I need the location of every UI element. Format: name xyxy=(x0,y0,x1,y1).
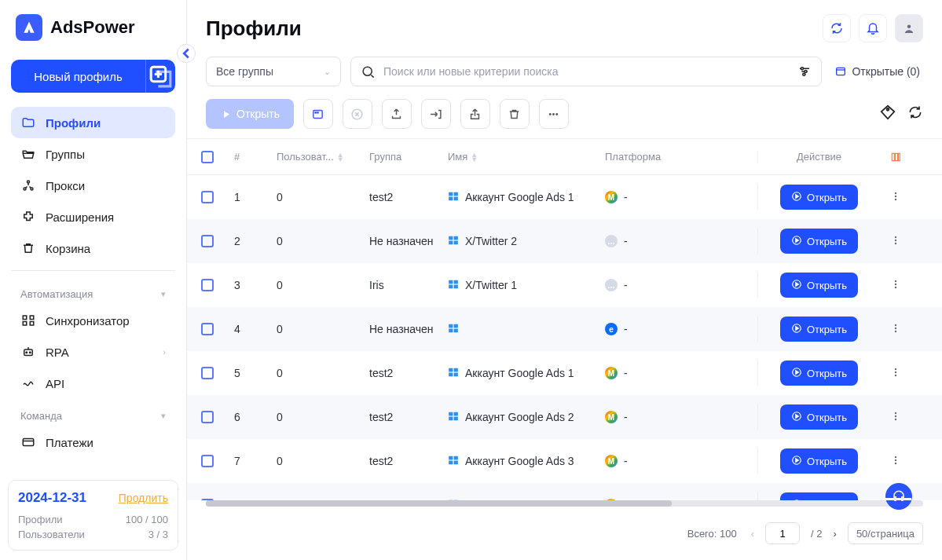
table-row[interactable]: 40Не назначенe-Открыть xyxy=(187,307,942,351)
svg-point-10 xyxy=(30,352,31,353)
section-automation[interactable]: Автоматизация ▾ xyxy=(11,277,175,305)
toolbar-close-button[interactable] xyxy=(343,99,372,129)
row-checkbox[interactable] xyxy=(201,367,214,379)
row-more-button[interactable] xyxy=(889,454,902,469)
notifications-button[interactable] xyxy=(859,14,887,42)
table-row[interactable]: 20Не назначенX/Twitter 2…-Открыть xyxy=(187,219,942,263)
search-input[interactable] xyxy=(383,65,791,78)
row-more-button[interactable] xyxy=(889,190,902,205)
extensions-icon xyxy=(20,210,36,224)
table-row[interactable]: 50test2Аккаунт Google Ads 1M-Открыть xyxy=(187,351,942,395)
section-team[interactable]: Команда ▾ xyxy=(11,399,175,426)
row-checkbox[interactable] xyxy=(201,323,214,335)
svg-rect-69 xyxy=(449,412,453,415)
select-all-checkbox[interactable] xyxy=(201,151,214,163)
filter-settings-icon[interactable] xyxy=(797,64,812,79)
trash-icon xyxy=(20,241,36,255)
sidebar-item-extensions[interactable]: Расширения xyxy=(11,201,175,232)
prev-page-button[interactable]: ‹ xyxy=(751,528,754,540)
row-open-button[interactable]: Открыть xyxy=(780,185,858,210)
svg-point-89 xyxy=(793,500,801,500)
avatar-button[interactable] xyxy=(895,14,923,42)
group-select[interactable]: Все группы ⌄ xyxy=(206,57,341,86)
row-more-button[interactable] xyxy=(889,498,902,501)
col-group[interactable]: Группа xyxy=(363,151,442,163)
sidebar-collapse-button[interactable] xyxy=(177,44,196,63)
windows-icon xyxy=(448,235,459,248)
horizontal-scrollbar[interactable] xyxy=(206,500,923,507)
refresh-button[interactable] xyxy=(907,104,923,123)
row-open-button[interactable]: Открыть xyxy=(780,361,858,386)
support-button[interactable] xyxy=(885,483,912,510)
row-more-button[interactable] xyxy=(889,322,902,337)
sidebar-item-profiles[interactable]: Профили xyxy=(11,107,175,138)
row-more-button[interactable] xyxy=(889,410,902,425)
row-checkbox[interactable] xyxy=(201,279,214,291)
sidebar-item-proxy[interactable]: Прокси xyxy=(11,170,175,201)
svg-rect-39 xyxy=(449,240,453,244)
col-num[interactable]: # xyxy=(228,151,270,163)
svg-point-22 xyxy=(549,113,552,115)
sidebar-item-api[interactable]: API xyxy=(11,368,175,399)
col-name[interactable]: Имя▲▼ xyxy=(442,151,599,163)
row-more-button[interactable] xyxy=(889,234,902,249)
table-row[interactable]: 60test2Аккаунт Google Ads 2M-Открыть xyxy=(187,395,942,439)
svg-rect-78 xyxy=(454,456,458,459)
svg-rect-72 xyxy=(454,416,458,420)
row-checkbox[interactable] xyxy=(201,235,214,247)
svg-rect-63 xyxy=(449,372,453,376)
row-open-button[interactable]: Открыть xyxy=(780,492,858,500)
svg-rect-17 xyxy=(837,68,845,75)
row-more-button[interactable] xyxy=(889,278,902,293)
open-profiles-link[interactable]: Открытые (0) xyxy=(831,65,923,78)
sidebar-item-sync[interactable]: Синхронизатор xyxy=(11,305,175,336)
svg-point-16 xyxy=(803,73,805,75)
platform-icon: M xyxy=(605,367,618,379)
svg-point-67 xyxy=(895,371,896,372)
new-profile-bulk-icon[interactable] xyxy=(145,60,175,93)
scrollbar-thumb[interactable] xyxy=(206,500,672,507)
col-platform[interactable]: Платформа xyxy=(599,151,757,163)
sync-button[interactable] xyxy=(823,14,851,42)
page-input[interactable] xyxy=(765,522,800,544)
toolbar-open-button[interactable]: Открыть xyxy=(206,99,294,129)
table-row[interactable]: 70test2Аккаунт Google Ads 3M-Открыть xyxy=(187,439,942,483)
row-open-button[interactable]: Открыть xyxy=(780,317,858,342)
windows-icon xyxy=(448,367,459,380)
row-open-button[interactable]: Открыть xyxy=(780,404,858,430)
toolbar-window-button[interactable] xyxy=(303,99,333,129)
row-checkbox[interactable] xyxy=(201,191,214,203)
tags-button[interactable] xyxy=(879,104,896,124)
row-open-button[interactable]: Открыть xyxy=(780,448,858,474)
row-checkbox[interactable] xyxy=(201,455,214,467)
svg-rect-45 xyxy=(449,280,453,284)
toolbar: Открыть xyxy=(187,86,942,138)
svg-point-43 xyxy=(895,239,896,240)
sidebar-item-rpa[interactable]: RPA › xyxy=(11,336,175,368)
col-settings-button[interactable] xyxy=(880,152,911,163)
logo-text: AdsPower xyxy=(50,17,135,38)
table-row[interactable]: 10test2Аккаунт Google Ads 1M-Открыть xyxy=(187,175,942,219)
row-more-button[interactable] xyxy=(889,366,902,381)
sidebar-item-groups[interactable]: Группы xyxy=(11,138,175,170)
sidebar-item-trash[interactable]: Корзина xyxy=(11,232,175,264)
next-page-button[interactable]: › xyxy=(834,528,837,540)
row-name: Аккаунт Google Ads 1 xyxy=(448,191,574,204)
row-checkbox[interactable] xyxy=(201,411,214,423)
toolbar-delete-button[interactable] xyxy=(500,99,530,129)
toolbar-export-button[interactable] xyxy=(382,99,412,129)
new-profile-button[interactable]: Новый профиль xyxy=(11,60,175,93)
sidebar-item-payments[interactable]: Платежи xyxy=(11,426,175,458)
search-box[interactable] xyxy=(350,57,822,86)
extend-link[interactable]: Продлить xyxy=(119,492,168,504)
table-row[interactable]: 80test2Аккаунт Google Ads 4M-Открыть xyxy=(187,483,942,500)
svg-point-68 xyxy=(895,374,896,375)
toolbar-share-button[interactable] xyxy=(460,99,490,129)
toolbar-import-button[interactable] xyxy=(421,99,451,129)
toolbar-more-button[interactable] xyxy=(539,99,569,129)
page-size-select[interactable]: 50/страница xyxy=(848,522,923,544)
col-user[interactable]: Пользоват...▲▼ xyxy=(270,151,363,163)
row-open-button[interactable]: Открыть xyxy=(780,229,858,254)
row-open-button[interactable]: Открыть xyxy=(780,273,858,298)
table-row[interactable]: 30IrisX/Twitter 1…-Открыть xyxy=(187,263,942,307)
